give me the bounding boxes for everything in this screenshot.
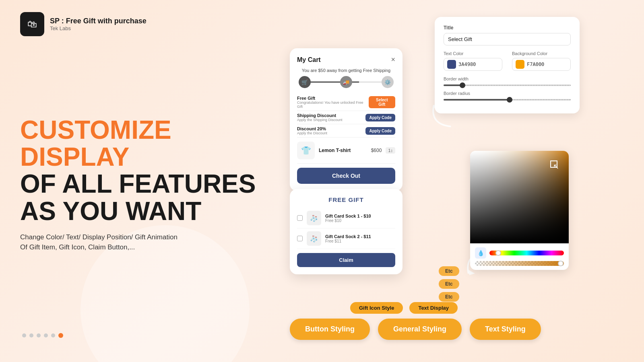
header: 🛍 SP : Free Gift with purchase Tek Labs (20, 12, 147, 36)
apply-code-shipping-button[interactable]: Apply Code (365, 114, 395, 121)
float-tag-2: Etc (439, 279, 459, 289)
text-display-label: Text Display (409, 302, 458, 314)
reward-row-shipping: Shipping Discount Apply the Shipping Dis… (297, 111, 395, 124)
text-styling-button[interactable]: Text Styling (470, 319, 541, 340)
cart-title: My Cart (297, 56, 321, 64)
hero-section: CUSTOMIZE DISPLAY OF ALL FEATURES AS YOU… (20, 117, 270, 253)
reward-row-gift: Free Gift Congratulations! You have unlo… (297, 94, 395, 111)
border-radius-track (444, 99, 571, 101)
select-gift-button[interactable]: Select Gift (369, 96, 395, 108)
bg-color-label: Background Color (512, 51, 571, 56)
reward-sub-discount: Apply the Discount (297, 131, 327, 135)
border-width-thumb[interactable] (460, 82, 465, 88)
border-width-section: Border width (444, 76, 571, 86)
product-qty: 1↕ (386, 147, 395, 154)
apply-code-discount-button[interactable]: Apply Code (365, 127, 395, 135)
reward-label-shipping: Shipping Discount (297, 113, 343, 118)
text-color-input-row (444, 58, 502, 71)
reward-label-gift: Free Gift (297, 96, 369, 101)
gift-name-2: Gift Card Sock 2 - $11 (325, 234, 371, 239)
text-color-label: Text Color (444, 51, 502, 56)
border-width-track (444, 84, 571, 86)
claim-button[interactable]: Claim (297, 253, 395, 267)
gift-image-2: 🧦 (307, 231, 321, 246)
hue-slider[interactable] (489, 251, 564, 255)
border-radius-section: Border radius (444, 91, 571, 101)
general-styling-button[interactable]: General Styling (378, 319, 462, 340)
settings-panel: Title Text Color Background Color Border… (435, 17, 580, 113)
bg-color-hex-input[interactable] (527, 62, 555, 67)
gift-icon-style-label: Gift Icon Style (350, 302, 403, 314)
color-picker-gradient[interactable]: ↖ (470, 151, 569, 243)
gift-info-1: Gift Card Sock 1 - $10 Free $10 (325, 214, 371, 223)
hero-line2: OF ALL FEATURES (20, 171, 270, 197)
reward-info-discount: Discount 20% Apply the Discount (297, 126, 327, 135)
border-radius-thumb[interactable] (507, 97, 512, 103)
color-row: Text Color Background Color (444, 51, 571, 71)
cursor-icon: ↖ (553, 162, 559, 171)
gift-checkbox-1[interactable] (297, 215, 303, 221)
gift-info-2: Gift Card Sock 2 - $11 Free $11 (325, 234, 371, 243)
gift-item-row-1: 🧦 Gift Card Sock 1 - $10 Free $10 (297, 208, 395, 228)
dot-5[interactable] (51, 333, 55, 337)
free-gift-title: FREE GIFT (297, 196, 395, 203)
title-input[interactable] (444, 33, 571, 45)
border-radius-dots (510, 99, 571, 100)
gift-checkbox-2[interactable] (297, 236, 303, 241)
text-color-swatch[interactable] (447, 60, 456, 69)
product-name: Lemon T-shirt (319, 148, 367, 153)
app-name: SP : Free Gift with purchase (50, 17, 147, 25)
border-radius-fill (444, 99, 510, 101)
title-field-label: Title (444, 25, 571, 31)
border-radius-label: Border radius (444, 91, 571, 96)
reward-info-shipping: Shipping Discount Apply the Shipping Dis… (297, 113, 343, 122)
hero-line1: CUSTOMIZE DISPLAY (20, 117, 270, 171)
alpha-slider[interactable] (475, 261, 564, 266)
product-row: 👕 Lemon T-shirt $600 1↕ (297, 138, 395, 164)
hue-thumb[interactable] (495, 250, 501, 256)
text-color-hex-input[interactable] (458, 62, 487, 67)
cart-close-button[interactable]: × (391, 56, 395, 64)
hue-row: 💧 (475, 247, 564, 259)
progress-track: 🛒 🚚 ⚙️ (297, 76, 395, 88)
eyedropper-button[interactable]: 💧 (475, 247, 486, 259)
pagination (22, 333, 63, 338)
progress-icon-start: 🛒 (299, 76, 311, 88)
checkout-button[interactable]: Check Out (297, 168, 395, 184)
dot-3[interactable] (37, 333, 41, 337)
cart-card: My Cart × You are $50 away from getting … (290, 48, 402, 191)
gift-price-1: Free $10 (325, 218, 371, 223)
cart-header: My Cart × (297, 56, 395, 64)
progress-icon-mid: 🚚 (340, 76, 352, 88)
reward-label-discount: Discount 20% (297, 126, 327, 131)
dot-4[interactable] (44, 333, 48, 337)
color-picker-panel: ↖ 💧 (470, 151, 569, 270)
product-image: 👕 (297, 142, 315, 159)
cart-progress-text: You are $50 away from getting Free Shipp… (297, 68, 395, 73)
float-tag-3: Etc (439, 292, 459, 302)
border-width-dots (462, 85, 571, 86)
button-styling-button[interactable]: Button Styling (290, 319, 370, 340)
hero-subtitle: Change Color/ Text/ Display Position/ Gi… (20, 232, 270, 253)
gift-price-2: Free $11 (325, 239, 371, 243)
dot-6-active[interactable] (58, 333, 63, 338)
reward-info-gift: Free Gift Congratulations! You have unlo… (297, 96, 369, 109)
bottom-buttons: Button Styling General Styling Text Styl… (290, 319, 541, 340)
gift-name-1: Gift Card Sock 1 - $10 (325, 214, 371, 218)
alpha-thumb[interactable] (558, 261, 564, 266)
bg-color-group: Background Color (512, 51, 571, 71)
company-name: Tek Labs (50, 25, 147, 31)
bottom-labels: Gift Icon Style Text Display (350, 302, 458, 314)
product-price: $600 (371, 148, 382, 153)
border-width-label: Border width (444, 76, 571, 81)
progress-icon-end: ⚙️ (382, 76, 394, 88)
logo-icon: 🛍 (20, 12, 44, 36)
reward-sub-gift: Congratulations! You have unlocked Free … (297, 101, 369, 109)
text-color-group: Text Color (444, 51, 502, 71)
bg-color-swatch[interactable] (516, 60, 524, 69)
hero-line3: AS YOU WANT (20, 198, 270, 225)
reward-row-discount: Discount 20% Apply the Discount Apply Co… (297, 124, 395, 138)
free-gift-card: FREE GIFT 🧦 Gift Card Sock 1 - $10 Free … (290, 189, 402, 274)
dot-2[interactable] (29, 333, 33, 337)
dot-1[interactable] (22, 333, 26, 337)
